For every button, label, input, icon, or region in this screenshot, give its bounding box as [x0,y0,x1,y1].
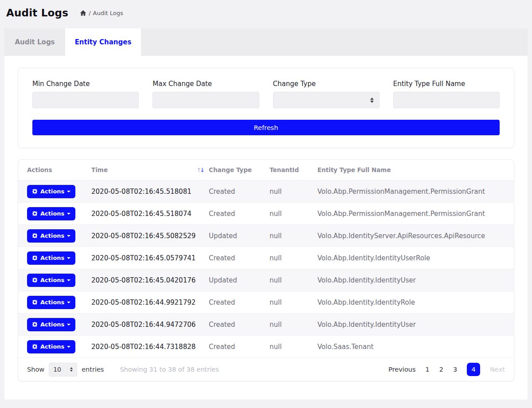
row-actions-button[interactable]: Actions [27,185,75,198]
cell-entity-type: Volo.Saas.Tenant [317,343,514,351]
column-header-time[interactable]: Time ↑↓ [91,166,209,173]
actions-button-label: Actions [40,321,64,328]
caret-down-icon [67,257,70,259]
cell-tenant-id: null [270,343,317,351]
cell-time: 2020-05-08T02:16:44.7318828 [91,343,209,351]
filter-max-change-date: Max Change Date [153,80,259,108]
gear-icon [32,344,38,349]
cell-time: 2020-05-08T02:16:45.5082529 [91,232,209,240]
breadcrumb-current: Audit Logs [93,10,123,16]
cell-entity-type: Volo.Abp.Identity.IdentityUser [317,276,514,284]
pagination-page-1[interactable]: 1 [426,366,430,373]
table-body: Actions 2020-05-08T02:16:45.518081 Creat… [18,180,514,358]
pagination-page-4-active[interactable]: 4 [467,363,480,376]
actions-button-label: Actions [40,343,64,350]
cell-entity-type: Volo.Abp.Identity.IdentityUserRole [317,254,514,262]
min-change-date-input[interactable] [32,92,139,108]
caret-down-icon [67,346,70,348]
select-updown-icon [370,98,374,103]
row-actions-button[interactable]: Actions [27,318,75,331]
pagination: Previous 1 2 3 4 Next [388,363,505,376]
cell-entity-type: Volo.Abp.PermissionManagement.Permission… [317,210,514,218]
refresh-button[interactable]: Refresh [32,120,500,135]
cell-tenant-id: null [270,298,317,306]
row-actions-button[interactable]: Actions [27,251,75,265]
cell-tenant-id: null [270,276,317,284]
tab-entity-changes[interactable]: Entity Changes [65,28,141,56]
cell-tenant-id: null [270,210,317,218]
cell-time: 2020-05-08T02:16:44.9921792 [91,298,209,306]
row-actions-button[interactable]: Actions [27,274,75,287]
actions-button-label: Actions [40,299,64,306]
caret-down-icon [67,191,70,192]
actions-button-label: Actions [40,188,64,195]
tab-label: Entity Changes [75,38,132,46]
sort-desc-icon: ↑↓ [196,167,203,173]
cell-tenant-id: null [270,254,317,262]
filter-min-change-date: Min Change Date [32,80,139,108]
max-change-date-input[interactable] [153,92,259,108]
pagination-page-2[interactable]: 2 [439,366,443,373]
column-header-actions: Actions [18,166,91,173]
cell-tenant-id: null [270,188,317,196]
column-header-entity-type: Entity Type Full Name [317,166,514,173]
page-size-select[interactable]: 10 [49,363,77,377]
cell-entity-type: Volo.Abp.IdentityServer.ApiResources.Api… [317,232,514,240]
main-panel: Min Change Date Max Change Date Change T… [4,56,528,400]
cell-tenant-id: null [270,232,317,240]
tab-audit-logs[interactable]: Audit Logs [4,28,65,56]
min-change-date-label: Min Change Date [32,80,139,88]
cell-time: 2020-05-08T02:16:45.0579741 [91,254,209,262]
cell-time: 2020-05-08T02:16:45.518074 [91,210,209,218]
filter-change-type: Change Type [273,80,379,108]
cell-time: 2020-05-08T02:16:45.0420176 [91,276,209,284]
table-row: Actions 2020-05-08T02:16:44.7318828 Crea… [18,336,514,358]
pagination-previous[interactable]: Previous [388,366,415,373]
cell-change-type: Created [209,298,270,306]
change-type-label: Change Type [273,80,379,88]
entity-type-full-name-label: Entity Type Full Name [393,80,500,88]
gear-icon [32,322,38,327]
table-row: Actions 2020-05-08T02:16:44.9472706 Crea… [18,314,514,336]
column-header-time-label: Time [91,166,108,173]
entries-summary: Showing 31 to 38 of 38 entries [120,366,219,373]
page-title: Audit Logs [6,7,68,19]
gear-icon [32,188,38,194]
cell-entity-type: Volo.Abp.Identity.IdentityRole [317,298,514,306]
page-size-value: 10 [53,366,61,373]
cell-change-type: Created [209,188,270,196]
table-row: Actions 2020-05-08T02:16:45.0579741 Crea… [18,247,514,269]
cell-entity-type: Volo.Abp.PermissionManagement.Permission… [317,188,514,196]
home-icon[interactable] [80,10,86,16]
gear-icon [32,233,38,239]
caret-down-icon [67,279,70,281]
cell-time: 2020-05-08T02:16:45.518081 [91,188,209,196]
cell-change-type: Created [209,210,270,218]
caret-down-icon [67,324,70,326]
actions-button-label: Actions [40,277,64,283]
table-row: Actions 2020-05-08T02:16:45.518074 Creat… [18,203,514,225]
entity-type-full-name-input[interactable] [393,92,500,108]
table-row: Actions 2020-05-08T02:16:45.518081 Creat… [18,180,514,203]
gear-icon [32,277,38,283]
cell-entity-type: Volo.Abp.Identity.IdentityUser [317,321,514,329]
cell-change-type: Updated [209,276,270,284]
change-type-select[interactable] [273,92,379,108]
breadcrumb-separator: / [89,10,90,16]
column-header-change-type: Change Type [209,166,270,173]
caret-down-icon [67,235,70,237]
filter-entity-type-full-name: Entity Type Full Name [393,80,500,108]
cell-change-type: Created [209,254,270,262]
caret-down-icon [67,213,70,215]
row-actions-button[interactable]: Actions [27,207,75,220]
actions-button-label: Actions [40,255,64,261]
row-actions-button[interactable]: Actions [27,296,75,309]
row-actions-button[interactable]: Actions [27,340,75,353]
table-footer: Show 10 entries Showing 31 to 38 of 38 e… [18,358,514,381]
row-actions-button[interactable]: Actions [27,229,75,243]
entity-changes-table: Actions Time ↑↓ Change Type TenantId Ent… [18,159,514,381]
column-header-tenant-id: TenantId [270,166,317,173]
tab-label: Audit Logs [15,38,55,46]
pagination-page-3[interactable]: 3 [453,366,457,373]
filter-card: Min Change Date Max Change Date Change T… [18,68,514,148]
